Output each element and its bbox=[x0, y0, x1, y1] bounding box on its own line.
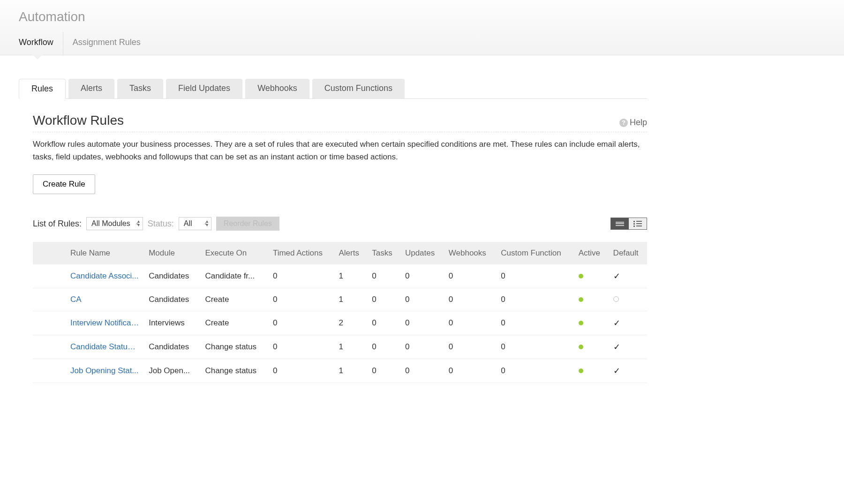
cell-execute-on: Change status bbox=[200, 335, 268, 359]
row-blank bbox=[33, 264, 66, 288]
cell-timed: 0 bbox=[268, 264, 334, 288]
section-title: Workflow Rules bbox=[33, 113, 124, 128]
cell-module: Job Open... bbox=[144, 359, 200, 383]
cell-webhooks: 0 bbox=[444, 311, 496, 335]
cell-timed: 0 bbox=[268, 288, 334, 311]
row-blank bbox=[33, 288, 66, 311]
cell-timed: 0 bbox=[268, 359, 334, 383]
cell-default[interactable]: ✓ bbox=[609, 335, 647, 359]
cell-active[interactable] bbox=[574, 288, 609, 311]
cell-timed: 0 bbox=[268, 311, 334, 335]
section-title-row: Workflow Rules ? Help bbox=[33, 113, 647, 132]
subtab-field-updates[interactable]: Field Updates bbox=[166, 79, 242, 98]
status-select[interactable]: All ▴▾ bbox=[179, 217, 211, 230]
cell-default[interactable]: ✓ bbox=[609, 359, 647, 383]
cell-tasks: 0 bbox=[367, 311, 400, 335]
filter-row: List of Rules: All Modules ▴▾ Status: Al… bbox=[33, 217, 647, 231]
view-list-button[interactable] bbox=[611, 218, 629, 229]
rule-name-link[interactable]: Candidate Associ... bbox=[66, 264, 144, 288]
col-active: Active bbox=[574, 242, 609, 264]
cell-active[interactable] bbox=[574, 335, 609, 359]
chevron-updown-icon: ▴▾ bbox=[137, 219, 140, 227]
cell-custom: 0 bbox=[496, 335, 574, 359]
cell-active[interactable] bbox=[574, 264, 609, 288]
cell-custom: 0 bbox=[496, 359, 574, 383]
table-header: Rule Name Module Execute On Timed Action… bbox=[33, 242, 647, 264]
module-select[interactable]: All Modules ▴▾ bbox=[86, 217, 143, 230]
view-toggle bbox=[610, 218, 647, 230]
section-workflow-rules: Workflow Rules ? Help Workflow rules aut… bbox=[19, 99, 647, 383]
view-detail-button[interactable] bbox=[629, 218, 647, 229]
help-icon: ? bbox=[619, 119, 628, 127]
cell-default[interactable]: ✓ bbox=[609, 311, 647, 335]
col-module: Module bbox=[144, 242, 200, 264]
row-blank bbox=[33, 359, 66, 383]
cell-updates: 0 bbox=[400, 311, 444, 335]
table-row: Candidate Associ...CandidatesCandidate f… bbox=[33, 264, 647, 288]
col-blank bbox=[33, 242, 66, 264]
cell-execute-on: Create bbox=[200, 288, 268, 311]
cell-webhooks: 0 bbox=[444, 359, 496, 383]
col-rule-name: Rule Name bbox=[66, 242, 144, 264]
top-tabs: Workflow Assignment Rules bbox=[19, 32, 825, 55]
cell-updates: 0 bbox=[400, 359, 444, 383]
row-blank bbox=[33, 335, 66, 359]
row-blank bbox=[33, 311, 66, 335]
cell-updates: 0 bbox=[400, 264, 444, 288]
module-select-value: All Modules bbox=[91, 219, 130, 227]
subtab-alerts[interactable]: Alerts bbox=[68, 79, 114, 98]
list-lines-icon bbox=[616, 221, 624, 226]
section-description: Workflow rules automate your business pr… bbox=[33, 138, 647, 163]
help-link[interactable]: ? Help bbox=[619, 118, 647, 128]
cell-default[interactable] bbox=[609, 288, 647, 311]
rule-name-link[interactable]: Candidate Status ... bbox=[66, 335, 144, 359]
cell-tasks: 0 bbox=[367, 288, 400, 311]
cell-execute-on: Change status bbox=[200, 359, 268, 383]
check-icon: ✓ bbox=[613, 342, 620, 352]
cell-module: Candidates bbox=[144, 288, 200, 311]
subtab-webhooks[interactable]: Webhooks bbox=[245, 79, 309, 98]
col-webhooks: Webhooks bbox=[444, 242, 496, 264]
circle-empty-icon bbox=[613, 296, 619, 302]
cell-execute-on: Create bbox=[200, 311, 268, 335]
tab-assignment-rules[interactable]: Assignment Rules bbox=[63, 32, 150, 55]
col-default: Default bbox=[609, 242, 647, 264]
subtab-custom-functions[interactable]: Custom Functions bbox=[312, 79, 405, 98]
active-dot-icon bbox=[579, 369, 583, 373]
rule-name-link[interactable]: CA bbox=[66, 288, 144, 311]
table-row: Candidate Status ...CandidatesChange sta… bbox=[33, 335, 647, 359]
rule-name-link[interactable]: Interview Notificat... bbox=[66, 311, 144, 335]
create-rule-button[interactable]: Create Rule bbox=[33, 174, 95, 194]
chevron-updown-icon: ▴▾ bbox=[206, 219, 208, 227]
col-timed-actions: Timed Actions bbox=[268, 242, 334, 264]
cell-updates: 0 bbox=[400, 288, 444, 311]
page-title: Automation bbox=[19, 9, 825, 24]
table-row: CACandidatesCreate010000 bbox=[33, 288, 647, 311]
subtab-rules[interactable]: Rules bbox=[19, 79, 66, 99]
col-alerts: Alerts bbox=[334, 242, 367, 264]
subtab-tasks[interactable]: Tasks bbox=[117, 79, 163, 98]
cell-webhooks: 0 bbox=[444, 335, 496, 359]
content-area: Rules Alerts Tasks Field Updates Webhook… bbox=[0, 60, 666, 402]
cell-custom: 0 bbox=[496, 311, 574, 335]
reorder-rules-button[interactable]: Reorder Rules bbox=[216, 217, 279, 231]
list-of-rules-label: List of Rules: bbox=[33, 219, 82, 229]
help-label: Help bbox=[630, 118, 647, 128]
status-select-value: All bbox=[184, 219, 192, 227]
active-dot-icon bbox=[579, 274, 583, 278]
tab-workflow[interactable]: Workflow bbox=[19, 32, 63, 55]
cell-active[interactable] bbox=[574, 311, 609, 335]
active-dot-icon bbox=[579, 297, 583, 302]
cell-custom: 0 bbox=[496, 264, 574, 288]
check-icon: ✓ bbox=[613, 366, 620, 376]
cell-active[interactable] bbox=[574, 359, 609, 383]
cell-default[interactable]: ✓ bbox=[609, 264, 647, 288]
cell-alerts: 1 bbox=[334, 359, 367, 383]
cell-updates: 0 bbox=[400, 335, 444, 359]
table-row: Interview Notificat...InterviewsCreate02… bbox=[33, 311, 647, 335]
status-label: Status: bbox=[148, 219, 174, 229]
rule-name-link[interactable]: Job Opening Stat... bbox=[66, 359, 144, 383]
col-tasks: Tasks bbox=[367, 242, 400, 264]
cell-module: Candidates bbox=[144, 264, 200, 288]
active-dot-icon bbox=[579, 345, 583, 349]
